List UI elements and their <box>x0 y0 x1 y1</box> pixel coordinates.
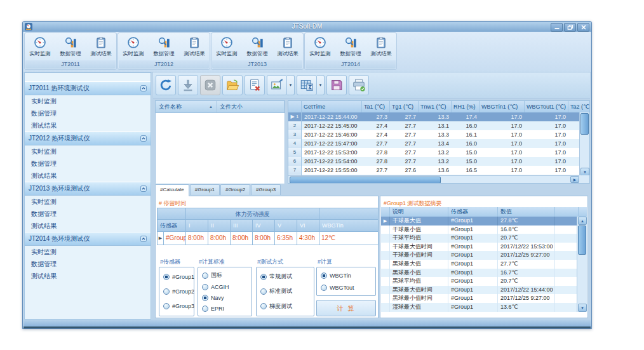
export-image-button[interactable] <box>267 75 287 95</box>
radio-option-group2[interactable]: #Group2 <box>163 288 190 295</box>
radio-option-acgih[interactable]: ACGIH <box>202 284 248 290</box>
remove-file-button[interactable] <box>245 75 265 95</box>
ribbon-jt2013-button-3[interactable]: 测试结果 <box>272 33 303 61</box>
chevron-down-icon[interactable]: ▼ <box>317 75 325 95</box>
sidebar-item-3-1[interactable]: 实时监测 <box>25 196 151 208</box>
summary-row-10[interactable]: 黑球最小值时间#Group12017/12/25 9:27:00 <box>381 294 587 303</box>
titlebar[interactable]: JTSoft-DM <box>23 22 591 32</box>
ribbon-jt2014-button-1[interactable]: 实时监测 <box>305 33 335 61</box>
sidebar-item-2-3[interactable]: 测试结果 <box>25 170 151 182</box>
collapse-icon[interactable] <box>140 85 147 91</box>
refresh-button[interactable] <box>156 75 176 95</box>
sidebar-section-header-1[interactable]: JT2011 热环境测试仪 <box>25 81 151 95</box>
sidebar-section-header-2[interactable]: JT2012 热环境测试仪 <box>25 131 151 145</box>
grid-hscroll-thumb[interactable] <box>290 177 441 184</box>
export-table-button[interactable] <box>297 75 317 95</box>
ribbon-jt2011-button-1[interactable]: 实时监测 <box>25 33 55 61</box>
grid-vertical-scrollbar[interactable]: ▼ <box>579 112 589 177</box>
open-folder-button[interactable] <box>222 75 243 95</box>
radio-option-常规测试[interactable]: 常规测试 <box>260 273 310 281</box>
summary-row-7[interactable]: 黑球最小值#Group116.7℃ <box>381 269 587 278</box>
grid-row-5[interactable]: 52017-12-22 15:53:0027.827.713.215.017.0… <box>288 148 589 157</box>
sidebar-item-1-2[interactable]: 数据管理 <box>25 107 151 119</box>
file-list-body[interactable] <box>156 113 285 184</box>
radio-option-wbgtin[interactable]: WBGTin <box>321 273 372 279</box>
radio-option-wbgtout[interactable]: WBGTout <box>321 285 372 291</box>
tab-group2[interactable]: #Group2 <box>220 184 250 195</box>
grid-scroll-right-button[interactable]: ▶ <box>570 176 579 183</box>
summary-scroll-down-button[interactable]: ▼ <box>578 304 587 312</box>
summary-column-header-1[interactable]: 说明 <box>390 207 448 217</box>
radio-option-group1[interactable]: #Group1 <box>163 274 190 280</box>
sidebar-item-4-1[interactable]: 实时监测 <box>25 246 151 258</box>
save-button[interactable] <box>326 75 347 95</box>
grid-row-2[interactable]: 22017-12-22 15:45:0027.427.713.116.017.0… <box>288 121 589 130</box>
sidebar-section-header-3[interactable]: JT2013 热环境测试仪 <box>25 182 151 196</box>
ribbon-jt2012-button-1[interactable]: 实时监测 <box>118 33 149 61</box>
summary-row-2[interactable]: 干球最小值#Group116.8℃ <box>381 225 587 234</box>
sidebar-section-header-4[interactable]: JT2014 热环境测试仪 <box>25 232 151 246</box>
summary-row-11[interactable]: 湿球最大值#Group113.6℃ <box>381 303 587 312</box>
radio-option-国标[interactable]: 国标 <box>202 271 248 279</box>
tab-group1[interactable]: #Group1 <box>190 184 220 195</box>
grid-column-header-5[interactable]: RH1 (%) <box>452 101 480 112</box>
ribbon-jt2012-button-2[interactable]: 数据管理 <box>149 33 179 61</box>
ribbon-jt2011-button-2[interactable]: 数据管理 <box>55 33 86 61</box>
grid-row-6[interactable]: 62017-12-22 15:54:0027.827.713.215.017.0… <box>288 157 589 166</box>
summary-column-header-2[interactable]: 传感器 <box>448 207 498 217</box>
ribbon-jt2014-button-3[interactable]: 测试结果 <box>366 33 396 61</box>
print-button[interactable] <box>349 75 369 95</box>
tab-group3[interactable]: #Group3 <box>251 184 281 195</box>
summary-row-4[interactable]: 干球最大值时间#Group12017/12/22 15:53:00 <box>381 243 587 252</box>
summary-scroll-up-button[interactable]: ▲ <box>578 217 587 225</box>
sidebar-item-3-3[interactable]: 测试结果 <box>25 220 151 232</box>
grid-horizontal-scrollbar[interactable]: ▶ <box>288 175 579 183</box>
sidebar-item-1-1[interactable]: 实时监测 <box>25 95 151 107</box>
radio-option-navy[interactable]: Navy <box>202 295 248 301</box>
summary-column-header-3[interactable]: 数值 <box>498 207 555 217</box>
summary-row-3[interactable]: 干球平均值#Group120.7℃ <box>381 234 587 243</box>
file-name-column-header[interactable]: 文件名称 ▲ <box>156 101 217 112</box>
grid-column-header-6[interactable]: WBGTin1 (℃) <box>480 101 525 112</box>
sidebar-item-1-3[interactable]: 测试结果 <box>25 119 151 131</box>
grid-column-header-1[interactable]: GetTime <box>302 101 362 112</box>
radio-option-group3[interactable]: #Group3 <box>163 303 190 309</box>
collapse-icon[interactable] <box>140 185 147 192</box>
radio-option-标准测试[interactable]: 标准测试 <box>260 287 310 295</box>
grid-column-header-2[interactable]: Ta1 (℃) <box>362 101 390 112</box>
radio-option-梯度测试[interactable]: 梯度测试 <box>260 302 310 311</box>
download-button[interactable] <box>178 75 198 95</box>
calculate-button[interactable]: 计 算 <box>316 300 376 316</box>
tab-calculate[interactable]: #Calculate <box>155 184 189 196</box>
restore-button[interactable] <box>564 23 576 32</box>
delete-button[interactable] <box>200 75 220 95</box>
grid-row-1[interactable]: ▶ 12017-12-22 15:44:0027.327.713.317.417… <box>288 112 589 121</box>
grid-row-7[interactable]: 72017-12-22 15:55:0027.727.613.616.517.0… <box>288 166 589 175</box>
chevron-down-icon[interactable]: ▼ <box>287 75 295 95</box>
summary-row-9[interactable]: 黑球最大值时间#Group12017/12/22 15:44:00 <box>381 286 587 295</box>
ribbon-jt2013-button-2[interactable]: 数据管理 <box>242 33 272 61</box>
ribbon-jt2012-button-3[interactable]: 测试结果 <box>179 33 210 61</box>
sidebar-item-2-1[interactable]: 实时监测 <box>25 145 151 158</box>
grid-vscroll-thumb[interactable] <box>580 113 589 135</box>
collapse-icon[interactable] <box>140 236 147 242</box>
grid-column-header-3[interactable]: Tg1 (℃) <box>390 101 419 112</box>
grid-column-header-4[interactable]: Tnw1 (℃) <box>419 101 452 112</box>
close-button[interactable] <box>577 23 589 32</box>
collapse-icon[interactable] <box>140 135 147 142</box>
summary-row-5[interactable]: 干球最小值时间#Group12017/12/25 9:27:00 <box>381 251 587 260</box>
sidebar-item-2-2[interactable]: 数据管理 <box>25 158 151 170</box>
summary-row-8[interactable]: 黑球平均值#Group120.7℃ <box>381 277 587 286</box>
ribbon-jt2014-button-2[interactable]: 数据管理 <box>335 33 366 61</box>
sidebar-item-4-3[interactable]: 测试结果 <box>25 270 151 282</box>
summary-row-1[interactable]: ▶干球最大值#Group127.8℃ <box>381 217 587 225</box>
grid-row-4[interactable]: 42017-12-22 15:47:0027.727.713.416.017.0… <box>288 139 589 148</box>
grid-column-header-7[interactable]: WBGTout1 (℃) <box>525 101 568 112</box>
grid-column-header-8[interactable]: Ta2 (℃ <box>568 101 590 112</box>
ribbon-jt2011-button-3[interactable]: 测试结果 <box>86 33 116 61</box>
summary-vscroll-thumb[interactable] <box>578 225 586 255</box>
sidebar-item-4-2[interactable]: 数据管理 <box>25 258 151 270</box>
file-size-column-header[interactable]: 文件大小 <box>217 101 285 112</box>
summary-row-6[interactable]: 黑球最大值#Group127.7℃ <box>381 260 587 269</box>
minimize-button[interactable] <box>551 23 563 32</box>
